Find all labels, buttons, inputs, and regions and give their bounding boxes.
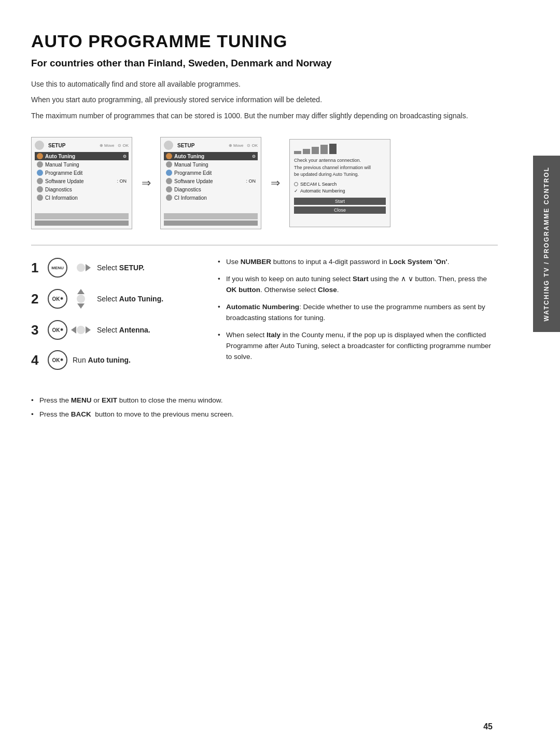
menu-button[interactable]: MENU <box>48 258 67 278</box>
info-bullet-4: When select Italy in the County menu, if… <box>218 330 498 363</box>
screen-1: SETUP ⊕ Move ⊙ OK Auto Tuning ⊙ Manual T… <box>31 137 132 229</box>
footer-note-2: Press the BACK button to move to the pre… <box>31 409 498 420</box>
side-tab-text: WATCHING TV / PROGRAMME CONTROL <box>543 167 550 321</box>
screen1-icon-1 <box>37 153 43 159</box>
side-tab: WATCHING TV / PROGRAMME CONTROL <box>533 156 560 332</box>
screen1-icon-5 <box>37 186 43 192</box>
screen2-icon-2 <box>166 161 172 168</box>
screen1-item-manualtuning: Manual Tuning <box>35 160 129 169</box>
screen2-icon-4 <box>166 178 172 184</box>
step-3-label: Select Antenna. <box>97 326 150 334</box>
step-4-buttons: OK✱ <box>48 350 67 370</box>
ok-button-2[interactable]: OK✱ <box>48 289 67 309</box>
info-bullet-3: Automatic Numbering: Decide whether to u… <box>218 302 498 324</box>
screen1-item-softupdate: Software Update : ON <box>35 177 129 185</box>
step-1-number: 1 <box>31 260 43 276</box>
step-2-label: Select Auto Tuning. <box>97 295 163 303</box>
screen2-icon-5 <box>166 186 172 192</box>
screen1-item-progedit: Programme Edit <box>35 169 129 177</box>
bar-5 <box>329 144 337 154</box>
secam-option: SECAM L Search <box>294 182 386 187</box>
step-1: 1 MENU Select SETUP. <box>31 257 197 279</box>
dpad-right-1[interactable] <box>70 257 92 279</box>
ok-button-4[interactable]: OK✱ <box>48 350 67 370</box>
step-3: 3 OK✱ Select Antenna. <box>31 319 197 341</box>
screen1-item-autotuning: Auto Tuning ⊙ <box>35 152 129 160</box>
step-1-label: Select SETUP. <box>97 264 145 272</box>
screen2-icon-1 <box>166 153 172 159</box>
footer-notes: Press the MENU or EXIT button to close t… <box>31 395 498 420</box>
step-2-buttons: OK✱ <box>48 288 92 310</box>
step-2-number: 2 <box>31 291 43 307</box>
ok-button-3[interactable]: OK✱ <box>48 320 67 340</box>
steps-and-info: 1 MENU Select SETUP. 2 OK✱ <box>31 257 498 379</box>
info-column: Use NUMBER buttons to input a 4-digit pa… <box>218 257 498 368</box>
screen1-icon <box>35 141 44 150</box>
page-title: AUTO PROGRAMME TUNING <box>31 31 498 51</box>
autonumbering-check: ✓ <box>294 188 298 193</box>
screen1-icon-3 <box>37 170 43 176</box>
screen1-icon-6 <box>37 195 43 201</box>
screen-2: SETUP ⊕ Move ⊙ OK Auto Tuning ⊙ Manual T… <box>160 137 261 229</box>
bar-4 <box>320 145 328 154</box>
step-2: 2 OK✱ Select Auto Tuning. <box>31 288 197 310</box>
bar-3 <box>312 147 319 154</box>
screen2-item-progedit: Programme Edit <box>164 169 258 177</box>
step-1-buttons: MENU <box>48 257 92 279</box>
autonumbering-option: ✓ Automatic Numbering <box>294 188 386 193</box>
info-bullet-1: Use NUMBER buttons to input a 4-digit pa… <box>218 257 498 268</box>
arrow-1: ⇒ <box>142 176 151 190</box>
screen2-icon <box>164 141 173 150</box>
section-divider <box>31 245 498 245</box>
intro-line-3: The maximum number of programmes that ca… <box>31 110 498 121</box>
page-number: 45 <box>483 722 493 731</box>
steps-column: 1 MENU Select SETUP. 2 OK✱ <box>31 257 197 379</box>
dpad-updown-2[interactable] <box>70 288 92 310</box>
antenna-bars <box>294 144 386 154</box>
screen2-item-autotuning: Auto Tuning ⊙ <box>164 152 258 160</box>
dpad-leftright-3[interactable] <box>70 319 92 341</box>
screen2-controls: ⊕ Move ⊙ OK <box>229 143 258 148</box>
close-button[interactable]: Close <box>294 206 386 214</box>
screen2-icon-6 <box>166 195 172 201</box>
screen1-icon-4 <box>37 178 43 184</box>
screen1-controls: ⊕ Move ⊙ OK <box>100 143 129 148</box>
bar-2 <box>303 149 310 154</box>
main-content: AUTO PROGRAMME TUNING For countries othe… <box>31 31 498 716</box>
screen2-item-manualtuning: Manual Tuning <box>164 160 258 169</box>
start-button[interactable]: Start <box>294 198 386 205</box>
intro-line-1: Use this to automatically find and store… <box>31 78 498 90</box>
intro-line-2: When you start auto programming, all pre… <box>31 94 498 105</box>
screen2-item-ciinfo: CI Information <box>164 193 258 202</box>
footer-note-1: Press the MENU or EXIT button to close t… <box>31 395 498 406</box>
screen2-item-softupdate: Software Update : ON <box>164 177 258 185</box>
screen1-icon-2 <box>37 161 43 168</box>
step-3-buttons: OK✱ <box>48 319 92 341</box>
arrow-2: ⇒ <box>271 176 280 190</box>
screen-diagrams: SETUP ⊕ Move ⊙ OK Auto Tuning ⊙ Manual T… <box>31 137 498 229</box>
step-4-label: Run Auto tuning. <box>73 356 131 364</box>
screen2-title: SETUP <box>177 143 225 148</box>
info-bullet-2: If you wish to keep on auto tuning selec… <box>218 274 498 296</box>
step-4-number: 4 <box>31 352 43 368</box>
step-3-number: 3 <box>31 322 43 338</box>
antenna-text: Check your antenna connection.The previo… <box>294 157 386 178</box>
screen-3: Check your antenna connection.The previo… <box>289 139 390 227</box>
bar-1 <box>294 151 301 154</box>
screen1-item-ciinfo: CI Information <box>35 193 129 202</box>
screen1-title: SETUP <box>48 143 95 148</box>
screen1-item-diagnostics: Diagnostics <box>35 185 129 193</box>
intro-paragraphs: Use this to automatically find and store… <box>31 78 498 121</box>
step-4: 4 OK✱ Run Auto tuning. <box>31 350 197 370</box>
page-subtitle: For countries other than Finland, Sweden… <box>31 58 498 69</box>
screen2-icon-3 <box>166 170 172 176</box>
screen2-item-diagnostics: Diagnostics <box>164 185 258 193</box>
secam-radio <box>294 182 298 186</box>
